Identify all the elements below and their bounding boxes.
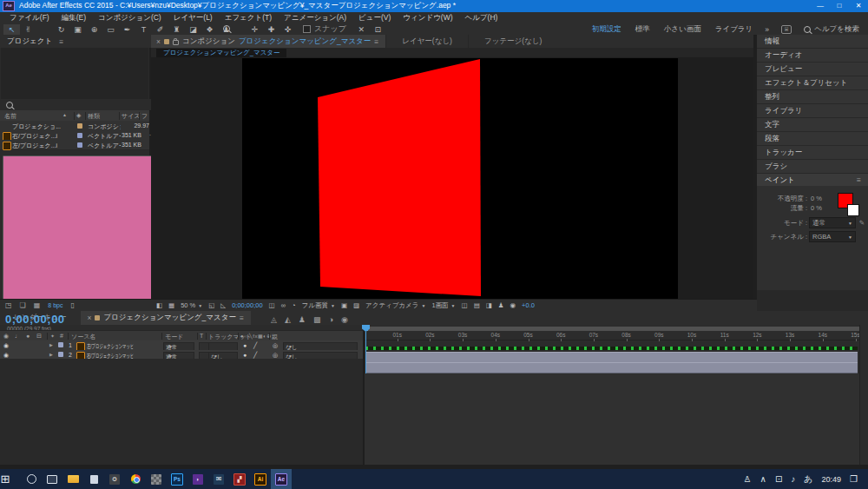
new-composition-icon[interactable]: ▦ bbox=[34, 301, 41, 309]
layer-bar-2[interactable] bbox=[365, 362, 858, 373]
number-column[interactable]: # bbox=[60, 333, 63, 339]
layer-label-chip[interactable] bbox=[58, 352, 63, 357]
tray-ime-icon[interactable]: あ bbox=[804, 473, 812, 486]
camera-dropdown[interactable]: アクティブカメラ▼ bbox=[365, 301, 425, 310]
rotation-tool[interactable]: ↻ bbox=[53, 24, 69, 35]
view-layout-dropdown[interactable]: 1画面▼ bbox=[431, 301, 455, 310]
layer-bar-1[interactable] bbox=[365, 352, 858, 363]
workspace-button[interactable]: 標準 bbox=[635, 24, 650, 35]
layer-expander-icon[interactable]: ▶ bbox=[49, 342, 53, 347]
menu-item[interactable]: レイヤー(L) bbox=[168, 12, 219, 23]
app-icon-red[interactable]: ▞ bbox=[229, 469, 250, 489]
parent-dropdown[interactable]: なし▼ bbox=[283, 342, 358, 351]
zoom-level-dropdown[interactable]: 50 %▼ bbox=[181, 301, 202, 309]
mask-visibility-icon[interactable]: ◺ bbox=[220, 301, 226, 309]
resolution-dropdown[interactable]: フル画質▼ bbox=[302, 301, 335, 310]
mask-feather-tool[interactable]: ✕ bbox=[353, 24, 370, 35]
region-of-interest-icon[interactable]: ▣ bbox=[341, 301, 347, 309]
tab-footage[interactable]: フッテージ(なし) bbox=[468, 35, 557, 48]
interpret-footage-icon[interactable]: ◳ bbox=[5, 301, 12, 309]
layer-eye-icon[interactable]: ◉ bbox=[3, 352, 9, 359]
panel-tab[interactable]: 情報 bbox=[757, 35, 868, 48]
timeline-scrollbar[interactable] bbox=[859, 325, 868, 465]
composition-mini-flowchart-icon[interactable]: ◬ bbox=[271, 315, 277, 324]
layer-quality-icon[interactable]: ● bbox=[243, 352, 247, 358]
frame-blending-icon[interactable]: ▩ bbox=[313, 315, 321, 324]
panel-tab[interactable]: 段落 bbox=[757, 132, 868, 145]
tab-project[interactable]: プロジェクト bbox=[7, 36, 52, 47]
panel-tab[interactable]: 文字 bbox=[757, 118, 868, 131]
pixel-aspect-icon[interactable]: ◫ bbox=[462, 301, 468, 309]
after-effects-icon[interactable]: Ae bbox=[271, 469, 292, 489]
workspace-bar-icon[interactable]: ⌸ bbox=[781, 25, 792, 34]
hand-tool[interactable]: ✌ bbox=[20, 24, 36, 35]
work-area-bar[interactable] bbox=[365, 327, 863, 331]
roto-brush-tool[interactable]: ❖ bbox=[201, 24, 218, 35]
col-name[interactable]: 名前 bbox=[4, 112, 16, 121]
flow-value[interactable]: 0 % bbox=[811, 204, 822, 212]
flowchart-button-icon[interactable]: ♟ bbox=[498, 301, 504, 309]
clone-stamp-tool[interactable]: ♜ bbox=[168, 24, 185, 35]
rectangle-tool[interactable]: ▭ bbox=[102, 24, 119, 35]
lock-icon[interactable] bbox=[173, 40, 179, 45]
action-center-icon[interactable]: ❐ bbox=[850, 474, 858, 484]
show-channel-icon[interactable]: ∞ bbox=[281, 301, 286, 309]
menu-item[interactable]: ウィンドウ(W) bbox=[397, 12, 458, 23]
app-icon-purple[interactable]: ◗ bbox=[187, 469, 208, 489]
workspace-button[interactable]: 初期設定 bbox=[592, 24, 621, 35]
link-column-icon[interactable]: ◈ bbox=[76, 112, 81, 119]
pen-tool[interactable]: ✒ bbox=[119, 24, 135, 35]
timeline-button-icon[interactable]: ◨ bbox=[486, 301, 492, 309]
view-axis-mode-icon[interactable]: ✜ bbox=[279, 24, 296, 35]
tab-close-icon[interactable]: × bbox=[156, 37, 161, 46]
maximize-button[interactable]: □ bbox=[830, 0, 849, 12]
rgb-channels-icon[interactable]: ◔ bbox=[292, 301, 296, 309]
col-preserve-transparency[interactable]: T bbox=[200, 333, 203, 339]
tray-volume-icon[interactable]: ♪ bbox=[791, 474, 795, 484]
tab-layer[interactable]: レイヤー(なし) bbox=[385, 35, 468, 48]
tab-timeline-comp[interactable]: × プロジェクションマッピング_マスター ≡ bbox=[81, 311, 251, 325]
cortana-button[interactable] bbox=[21, 469, 42, 489]
transparency-grid-icon[interactable]: ▨ bbox=[353, 301, 359, 309]
fullscreen-icon[interactable]: ⊡ bbox=[370, 24, 386, 35]
tray-display-icon[interactable]: ⊡ bbox=[775, 474, 782, 484]
panel-tab[interactable]: プレビュー bbox=[757, 63, 868, 76]
app-icon-pixel[interactable] bbox=[146, 469, 167, 489]
panel-tab[interactable]: トラッカー bbox=[757, 146, 868, 159]
menu-item[interactable]: アニメーション(A) bbox=[278, 12, 352, 23]
bit-depth-button[interactable]: 8 bpc bbox=[48, 302, 62, 308]
label-chip[interactable] bbox=[77, 133, 82, 138]
motion-blur-icon[interactable]: ◑ bbox=[328, 315, 332, 324]
panel-tab[interactable]: エフェクト＆プリセット bbox=[757, 76, 868, 89]
label-column-icon[interactable]: ✦ bbox=[50, 333, 55, 339]
snap-checkbox[interactable] bbox=[303, 25, 311, 33]
opacity-value[interactable]: 0 % bbox=[811, 195, 822, 202]
tab-composition[interactable]: × コンポジション プロジェクションマッピング_マスター ≡ bbox=[151, 35, 385, 48]
comp-breadcrumb[interactable]: プロジェクションマッピング_マスター bbox=[156, 49, 286, 57]
fast-preview-icon[interactable]: ▤ bbox=[474, 301, 480, 309]
current-time-display[interactable]: 0;00;00;00 bbox=[5, 313, 65, 326]
tray-people-icon[interactable]: ♙ bbox=[744, 474, 752, 484]
parent-pickwhip-icon[interactable]: ◎ bbox=[273, 342, 278, 349]
start-button[interactable]: ⊞ bbox=[0, 469, 21, 489]
layer-mode-dropdown[interactable]: 通常▼ bbox=[163, 342, 194, 351]
brush-tool[interactable]: ✐ bbox=[152, 24, 168, 35]
layer-source-name[interactable]: 左/プロジェクションマッピング_ベース.ai bbox=[87, 342, 133, 351]
workspace-overflow-button[interactable]: » bbox=[765, 25, 769, 34]
camera-tool[interactable]: ▣ bbox=[69, 24, 86, 35]
snapshot-icon[interactable]: ◧ bbox=[156, 301, 162, 309]
channel-grid-icon[interactable]: ▦ bbox=[168, 301, 174, 309]
world-axis-mode-icon[interactable]: ✚ bbox=[263, 24, 279, 35]
draft-3d-icon[interactable]: ◭ bbox=[285, 315, 291, 324]
composition-viewer[interactable] bbox=[151, 57, 753, 300]
close-button[interactable]: ✕ bbox=[849, 0, 868, 12]
track-matte-dropdown[interactable] bbox=[208, 342, 238, 351]
menu-item[interactable]: 編集(E) bbox=[56, 12, 92, 23]
layer-quality-slash-icon[interactable]: ╱ bbox=[253, 352, 257, 359]
menu-item[interactable]: コンポジション(C) bbox=[92, 12, 168, 23]
sort-direction-icon[interactable]: ▲ bbox=[62, 112, 67, 117]
hide-shy-layers-icon[interactable]: ♟ bbox=[299, 315, 306, 324]
panel-tab[interactable]: ライブラリ bbox=[757, 104, 868, 117]
current-time[interactable]: 0;00;00;00 bbox=[232, 301, 262, 309]
label-chip[interactable] bbox=[77, 142, 82, 148]
